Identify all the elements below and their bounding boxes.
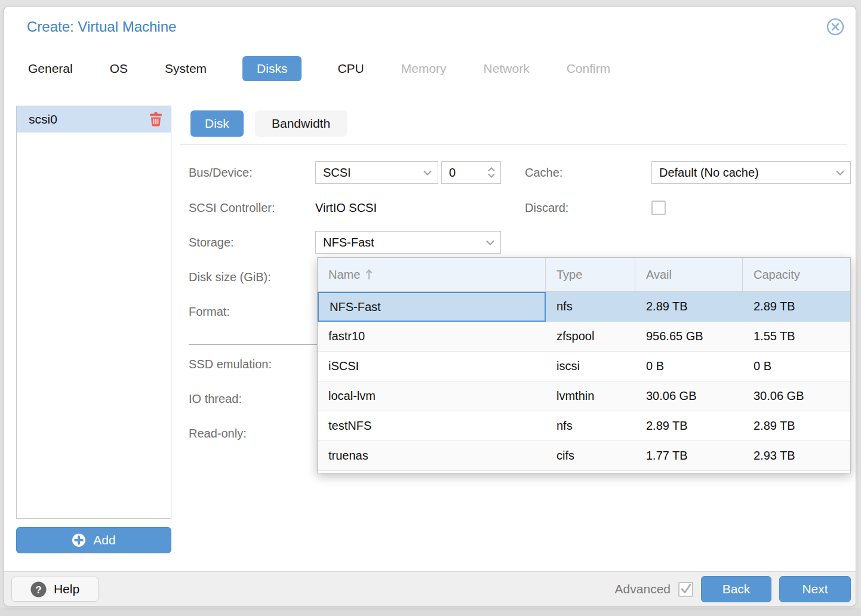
column-header-capacity[interactable]: Capacity (743, 258, 850, 291)
tab-memory: Memory (400, 56, 448, 81)
scsi-controller-value: VirtIO SCSI (315, 196, 377, 219)
chevron-down-icon (486, 240, 500, 245)
cache-value: Default (No cache) (652, 166, 836, 180)
discard-checkbox[interactable] (651, 201, 666, 215)
content-divider (180, 144, 847, 144)
chevron-down-icon (836, 170, 850, 175)
background-page-strip (0, 608, 861, 616)
tab-general[interactable]: General (27, 56, 74, 81)
scsi-controller-label: SCSI Controller: (189, 196, 275, 219)
stepper-arrows-icon[interactable] (488, 167, 500, 178)
storage-row-nfs-fast[interactable]: NFS-Fast nfs 2.89 TB 2.89 TB (318, 292, 850, 322)
tab-system[interactable]: System (164, 56, 208, 81)
svg-text:?: ? (35, 584, 41, 595)
format-label: Format: (189, 300, 230, 323)
tab-disks[interactable]: Disks (242, 56, 302, 81)
footer-actions: Advanced Back Next (615, 576, 851, 602)
storage-row-iscsi[interactable]: iSCSI iscsi 0 B 0 B (318, 352, 850, 381)
cache-label: Cache: (525, 161, 562, 184)
ssd-emulation-label: SSD emulation: (189, 353, 272, 375)
tab-os[interactable]: OS (109, 56, 129, 81)
storage-row-fastr10[interactable]: fastr10 zfspool 956.65 GB 1.55 TB (318, 322, 850, 352)
disk-list-item-scsi0[interactable]: scsi0 (17, 106, 171, 133)
sort-ascending-icon (365, 269, 373, 281)
disk-size-label: Disk size (GiB): (189, 266, 271, 288)
bus-device-value: SCSI (316, 166, 423, 180)
storage-row-testnfs[interactable]: testNFS nfs 2.89 TB 2.89 TB (318, 411, 850, 441)
bus-device-label: Bus/Device: (189, 161, 253, 184)
dialog-title: Create: Virtual Machine (27, 19, 176, 35)
create-vm-dialog: Create: Virtual Machine General OS Syste… (4, 6, 856, 606)
column-header-type[interactable]: Type (546, 258, 635, 291)
storage-value: NFS-Fast (316, 236, 486, 250)
io-thread-label: IO thread: (189, 387, 242, 410)
storage-select[interactable]: NFS-Fast (315, 231, 501, 254)
help-button[interactable]: ? Help (11, 577, 99, 602)
column-header-type-label: Type (556, 268, 582, 282)
subtab-bandwidth[interactable]: Bandwidth (255, 110, 347, 137)
storage-row-truenas[interactable]: truenas cifs 1.77 TB 2.93 TB (318, 441, 850, 471)
next-button[interactable]: Next (779, 576, 851, 602)
storage-label: Storage: (189, 231, 234, 254)
column-header-name-label: Name (328, 268, 360, 282)
form-separator (189, 344, 319, 345)
discard-label: Discard: (525, 196, 568, 219)
column-header-avail[interactable]: Avail (635, 258, 743, 291)
tab-cpu[interactable]: CPU (336, 56, 365, 81)
disk-list-panel: scsi0 (16, 106, 171, 519)
chevron-down-icon (423, 170, 438, 175)
delete-disk-icon[interactable] (149, 112, 162, 127)
plus-circle-icon (72, 533, 86, 547)
read-only-label: Read-only: (189, 422, 247, 445)
bus-device-select[interactable]: SCSI (315, 161, 438, 184)
advanced-label: Advanced (615, 582, 671, 596)
bus-number-value: 0 (442, 166, 488, 180)
back-button[interactable]: Back (701, 576, 771, 602)
storage-row-local-lvm[interactable]: local-lvm lvmthin 30.06 GB 30.06 GB (318, 381, 850, 411)
dialog-footer: ? Help Advanced Back Next (4, 571, 856, 606)
add-disk-button[interactable]: Add (16, 527, 171, 553)
disk-item-label: scsi0 (29, 112, 149, 127)
wizard-tabs: General OS System Disks CPU Memory Netwo… (27, 54, 611, 83)
advanced-checkbox[interactable] (678, 582, 693, 597)
storage-dropdown-panel: Name Type Avail Capacity NFS-Fast nfs (317, 257, 851, 473)
cache-select[interactable]: Default (No cache) (651, 161, 851, 184)
column-header-capacity-label: Capacity (754, 268, 800, 282)
screen: Create: Virtual Machine General OS Syste… (0, 0, 861, 616)
question-circle-icon: ? (30, 581, 47, 597)
tab-network: Network (482, 56, 531, 81)
column-header-avail-label: Avail (646, 268, 672, 282)
add-button-label: Add (93, 533, 115, 547)
check-icon (680, 584, 692, 595)
storage-dropdown-header: Name Type Avail Capacity (318, 258, 850, 292)
column-header-name[interactable]: Name (318, 258, 546, 291)
subtab-disk[interactable]: Disk (190, 110, 244, 137)
help-button-label: Help (54, 582, 79, 596)
close-icon[interactable] (826, 17, 845, 36)
bus-number-stepper[interactable]: 0 (441, 161, 501, 184)
tab-confirm: Confirm (565, 56, 612, 81)
